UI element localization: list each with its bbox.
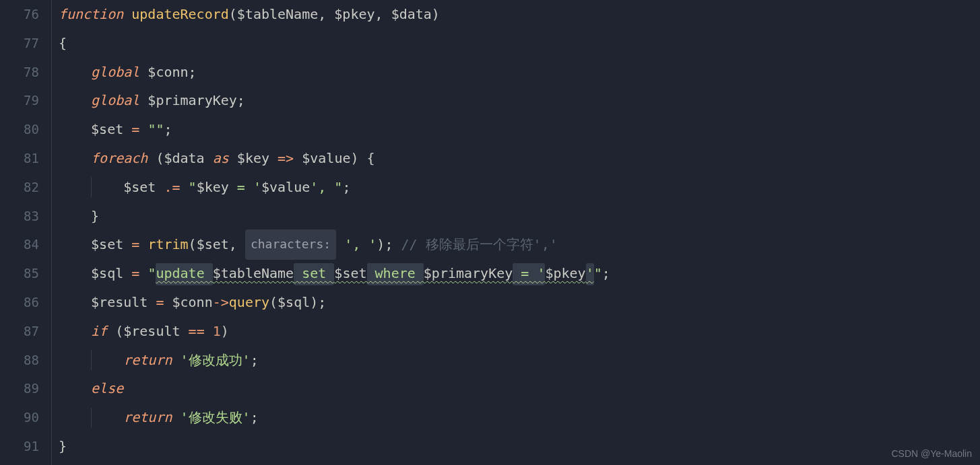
op-doublearrow: => <box>277 144 294 173</box>
line-number: 83 <box>24 202 39 231</box>
line-number: 85 <box>24 259 39 288</box>
code-line[interactable]: function updateRecord($tableName, $pkey,… <box>59 0 980 29</box>
keyword-global: global <box>91 86 139 115</box>
param-data: $data <box>391 0 432 29</box>
var-sql-arg: $sql <box>277 288 310 317</box>
op-assign: = <box>131 115 139 144</box>
line-number: 78 <box>24 58 39 87</box>
var-data: $data <box>164 144 204 173</box>
code-line[interactable]: else <box>59 374 980 403</box>
brace-close: } <box>59 432 67 461</box>
code-line[interactable]: $set = rtrim($set, characters: ', '); //… <box>59 230 980 259</box>
op-assign: = <box>131 259 139 288</box>
var-sql: $sql <box>91 259 123 288</box>
line-number: 80 <box>24 115 39 144</box>
brace-open: { <box>367 144 375 173</box>
string-quote: " <box>334 173 342 202</box>
sql-keyword-set: set <box>294 259 334 288</box>
method-query: query <box>229 288 269 317</box>
parameter-hint: characters: <box>245 229 336 260</box>
keyword-foreach: foreach <box>91 144 148 173</box>
op-assign: = <box>156 288 164 317</box>
code-line[interactable]: global $primaryKey; <box>59 86 980 115</box>
line-number: 79 <box>24 86 39 115</box>
code-line[interactable]: return '修改失败'; <box>59 403 980 432</box>
code-line[interactable]: if ($result == 1) <box>59 317 980 346</box>
line-number: 91 <box>24 432 39 461</box>
code-line[interactable]: $set .= "$key = '$value', "; <box>59 173 980 202</box>
line-number-gutter: 76 77 78 79 80 81 82 83 84 85 86 87 88 8… <box>0 0 51 465</box>
sql-keyword-where: where <box>367 259 424 288</box>
string-part: ', <box>310 173 334 202</box>
op-assign: = <box>131 230 139 259</box>
var-value: $value <box>302 144 350 173</box>
var-primarykey: $primaryKey <box>148 86 236 115</box>
string-quote: " <box>594 259 602 288</box>
comment: // 移除最后一个字符',' <box>401 230 557 259</box>
var-conn: $conn <box>172 288 213 317</box>
op-concat-assign: .= <box>164 173 180 202</box>
param-pkey: $pkey <box>334 0 374 29</box>
var-pkey-in-str: $pkey <box>545 259 585 288</box>
line-number: 87 <box>24 317 39 346</box>
watermark: CSDN @Ye-Maolin <box>891 447 972 461</box>
var-set: $set <box>123 173 156 202</box>
line-number: 81 <box>24 144 39 173</box>
line-number: 86 <box>24 288 39 317</box>
code-line[interactable]: } <box>59 432 980 461</box>
param-tablename: $tableName <box>237 0 318 29</box>
keyword-return: return <box>123 346 172 375</box>
sql-eq: = ' <box>513 259 545 288</box>
code-line[interactable]: } <box>59 202 980 231</box>
keyword-global: global <box>91 58 139 87</box>
line-number: 89 <box>24 374 39 403</box>
string-var-value: $value <box>261 173 310 202</box>
code-line[interactable]: global $conn; <box>59 58 980 87</box>
var-set: $set <box>91 115 123 144</box>
var-set-in-str: $set <box>334 259 366 288</box>
code-line[interactable]: $set = ""; <box>59 115 980 144</box>
string-success: '修改成功' <box>181 346 251 375</box>
var-result: $result <box>91 288 148 317</box>
line-number: 84 <box>24 230 39 259</box>
brace-open: { <box>59 29 67 58</box>
var-result: $result <box>123 317 180 346</box>
keyword-return: return <box>123 403 172 432</box>
code-line[interactable]: foreach ($data as $key => $value) { <box>59 144 980 173</box>
line-number: 88 <box>24 346 39 375</box>
fn-rtrim: rtrim <box>148 230 188 259</box>
line-number: 90 <box>24 403 39 432</box>
code-editor[interactable]: 76 77 78 79 80 81 82 83 84 85 86 87 88 8… <box>0 0 980 465</box>
string-fail: '修改失败' <box>181 403 251 432</box>
keyword-if: if <box>91 317 107 346</box>
var-set-arg: $set <box>197 230 229 259</box>
line-number: 77 <box>24 29 39 58</box>
var-tablename-in-str: $tableName <box>213 259 294 288</box>
op-arrow: -> <box>213 288 229 317</box>
string-quote: " <box>148 259 156 288</box>
keyword-function: function <box>59 0 123 29</box>
string-empty: "" <box>148 115 164 144</box>
sql-keyword-update: update <box>156 259 212 288</box>
string-var-key: $key <box>197 173 229 202</box>
code-line[interactable]: { <box>59 29 980 58</box>
number-one: 1 <box>213 317 221 346</box>
keyword-as: as <box>213 144 229 173</box>
keyword-else: else <box>91 374 123 403</box>
var-primarykey-in-str: $primaryKey <box>424 259 513 288</box>
op-eq: == <box>189 317 205 346</box>
code-area[interactable]: function updateRecord($tableName, $pkey,… <box>51 0 980 465</box>
line-number: 82 <box>24 173 39 202</box>
function-name: updateRecord <box>131 0 229 29</box>
string-quote: " <box>189 173 197 202</box>
var-set: $set <box>91 230 123 259</box>
string-part: = ' <box>229 173 261 202</box>
var-conn: $conn <box>148 58 188 87</box>
string-chars: ', ' <box>344 230 377 259</box>
sql-end-quote: ' <box>586 259 594 288</box>
code-line[interactable]: $sql = "update $tableName set $set where… <box>59 259 980 288</box>
code-line[interactable]: $result = $conn->query($sql); <box>59 288 980 317</box>
line-number: 76 <box>24 0 39 29</box>
code-line[interactable]: return '修改成功'; <box>59 346 980 375</box>
brace-close: } <box>91 202 99 231</box>
